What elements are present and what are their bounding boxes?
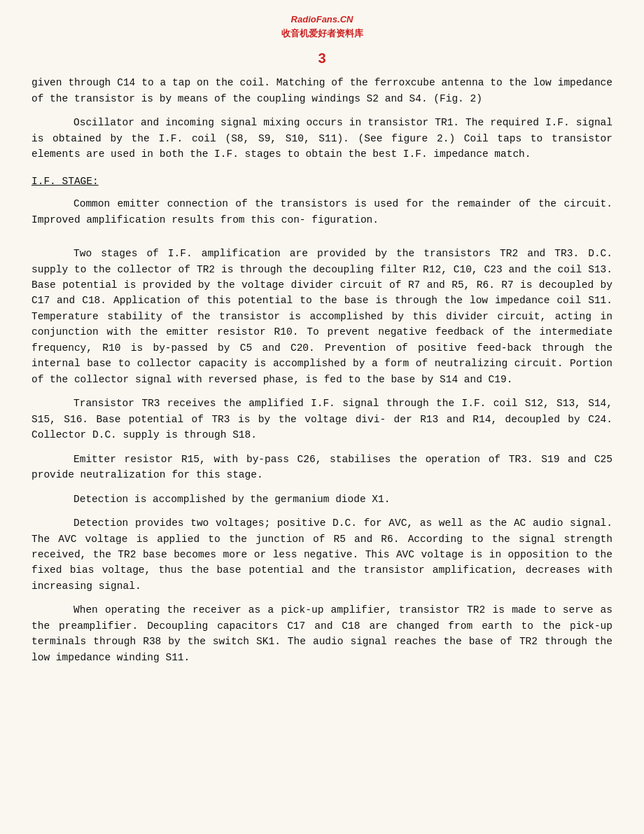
section-if-heading: I.F. STAGE: xyxy=(31,174,612,189)
paragraph-4: Two stages of I.F. amplification are pro… xyxy=(31,246,612,387)
site-title-sub: 收音机爱好者资料库 xyxy=(28,27,616,41)
paragraph-8: Detection provides two voltages; positiv… xyxy=(31,515,612,594)
paragraph-1: given through C14 to a tap on the coil. … xyxy=(31,75,612,106)
paragraph-5: Transistor TR3 receives the amplified I.… xyxy=(31,396,612,443)
paragraph-6: Emitter resistor R15, with by-pass C26, … xyxy=(31,452,612,483)
paragraph-9: When operating the receiver as a pick-up… xyxy=(31,602,612,665)
site-title-main: RadioFans.CN xyxy=(28,13,616,27)
content: given through C14 to a tap on the coil. … xyxy=(28,75,616,665)
spacer-1 xyxy=(31,236,612,246)
page: RadioFans.CN 收音机爱好者资料库 3 given through C… xyxy=(0,0,644,834)
site-header: RadioFans.CN 收音机爱好者资料库 xyxy=(28,13,616,41)
paragraph-3: Common emitter connection of the transis… xyxy=(31,196,612,228)
paragraph-7: Detection is accomplished by the germani… xyxy=(31,492,612,507)
page-number: 3 xyxy=(28,48,616,69)
paragraph-2: Oscillator and incoming signal mixing oc… xyxy=(31,115,612,162)
